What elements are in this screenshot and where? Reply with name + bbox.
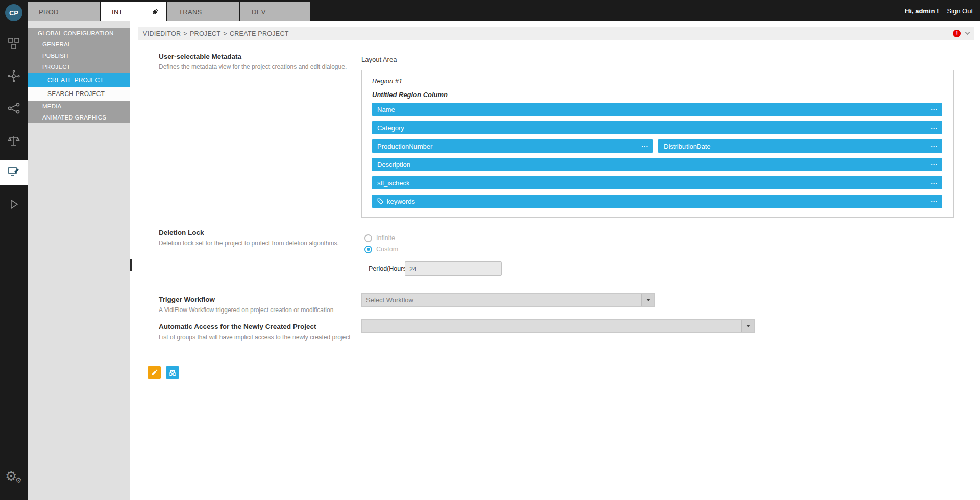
field-label: Name bbox=[377, 106, 395, 113]
radio-custom-label: Custom bbox=[376, 246, 398, 253]
packages-icon bbox=[7, 37, 20, 52]
edit-button[interactable] bbox=[148, 366, 161, 379]
field-label: ProductionNumber bbox=[377, 142, 432, 150]
sidebar-item-label: SEARCH PROJECT bbox=[47, 90, 105, 98]
field-label: stl_ischeck bbox=[377, 179, 410, 187]
sidebar-item-label: ANIMATED GRAPHICS bbox=[42, 114, 106, 121]
sidebar-item-global-configuration[interactable]: GLOBAL CONFIGURATION bbox=[28, 28, 130, 39]
field-label: DistributionDate bbox=[664, 142, 711, 150]
sidebar-item-label: GENERAL bbox=[42, 41, 71, 47]
tab-dev-label: DEV bbox=[252, 8, 266, 16]
layout-area-label: Layout Area bbox=[361, 56, 397, 63]
field-options-handle[interactable]: ... bbox=[930, 105, 938, 111]
workflow-select-value: Select Workflow bbox=[366, 296, 413, 304]
sidebar-item-label: PUBLISH bbox=[42, 53, 68, 59]
workflow-select[interactable]: Select Workflow bbox=[361, 293, 655, 307]
sidebar-item-search-project[interactable]: SEARCH PROJECT bbox=[28, 87, 130, 101]
sidebar-item-project[interactable]: PROJECT bbox=[28, 61, 130, 73]
field-label: keywords bbox=[387, 198, 415, 205]
breadcrumb-item-project[interactable]: PROJECT bbox=[190, 30, 220, 37]
period-hours-label: Period(Hours) bbox=[369, 261, 408, 276]
workflow-select-arrow-button[interactable] bbox=[641, 294, 654, 306]
sidebar-item-label: CREATE PROJECT bbox=[47, 77, 104, 84]
metadata-field-keywords[interactable]: keywords ... bbox=[372, 195, 942, 208]
app-logo[interactable]: CP bbox=[5, 4, 22, 21]
tab-int[interactable]: INT bbox=[101, 2, 166, 21]
tab-trans-label: TRANS bbox=[179, 8, 202, 16]
access-groups-select[interactable] bbox=[361, 319, 755, 333]
rail-item-connections[interactable] bbox=[0, 64, 28, 90]
binoculars-icon bbox=[168, 369, 177, 377]
trigger-workflow-title: Trigger Workflow bbox=[159, 296, 215, 303]
access-groups-select-arrow-button[interactable] bbox=[741, 320, 754, 332]
breadcrumb-item-create-project[interactable]: CREATE PROJECT bbox=[230, 30, 289, 37]
breadcrumb-right: ! bbox=[953, 30, 969, 37]
metadata-field-production-number[interactable]: ProductionNumber ... bbox=[372, 139, 653, 153]
auto-access-description: List of groups that will have implicit a… bbox=[159, 334, 351, 341]
field-options-handle[interactable]: ... bbox=[930, 197, 938, 203]
sidebar-item-label: MEDIA bbox=[42, 103, 61, 109]
balance-icon bbox=[7, 134, 20, 150]
icon-rail: CP bbox=[0, 0, 28, 500]
metadata-field-distribution-date[interactable]: DistributionDate ... bbox=[658, 139, 942, 153]
field-options-handle[interactable]: ... bbox=[641, 141, 648, 148]
field-options-handle[interactable]: ... bbox=[930, 160, 938, 166]
radio-custom[interactable] bbox=[364, 246, 372, 253]
connections-icon bbox=[7, 69, 20, 85]
field-options-handle[interactable]: ... bbox=[930, 123, 938, 130]
alert-icon[interactable]: ! bbox=[953, 30, 961, 37]
sidebar-item-animated-graphics[interactable]: ANIMATED GRAPHICS bbox=[28, 112, 130, 123]
rail-item-workflow[interactable] bbox=[0, 97, 28, 122]
tab-trans[interactable]: TRANS bbox=[167, 2, 239, 21]
sidebar-item-publish[interactable]: PUBLISH bbox=[28, 50, 130, 61]
radio-row-custom: Custom bbox=[364, 245, 398, 253]
field-label: Category bbox=[377, 124, 404, 132]
top-bar: PROD INT TRANS DEV Hi, admin ! bbox=[28, 0, 980, 21]
metadata-field-category[interactable]: Category ... bbox=[372, 121, 942, 134]
radio-infinite[interactable] bbox=[364, 234, 372, 242]
tag-icon bbox=[377, 198, 384, 205]
rail-item-editor[interactable] bbox=[0, 160, 28, 185]
metadata-section-title: User-selectable Metadata bbox=[159, 53, 241, 60]
editor-icon bbox=[7, 165, 20, 180]
region-column-label: Untitled Region Column bbox=[372, 91, 448, 99]
tab-int-label: INT bbox=[112, 8, 123, 16]
sidebar-item-general[interactable]: GENERAL bbox=[28, 39, 130, 50]
sign-out-link[interactable]: Sign Out bbox=[947, 7, 973, 15]
auto-access-title: Automatic Access for the Newly Created P… bbox=[159, 323, 316, 330]
plug-icon bbox=[151, 8, 159, 16]
tab-prod[interactable]: PROD bbox=[28, 2, 100, 21]
rail-item-packages[interactable] bbox=[0, 32, 28, 57]
splitter-handle[interactable] bbox=[130, 259, 132, 271]
metadata-section-description: Defines the metadata view for the projec… bbox=[159, 63, 347, 70]
tab-dev[interactable]: DEV bbox=[240, 2, 310, 21]
layout-area: Region #1 Untitled Region Column Name ..… bbox=[361, 70, 954, 218]
user-area: Hi, admin ! Sign Out bbox=[905, 0, 973, 21]
breadcrumb: VIDIEDITOR > PROJECT > CREATE PROJECT ! bbox=[138, 27, 974, 40]
environment-tabs: PROD INT TRANS DEV bbox=[28, 2, 310, 21]
config-portal-page: CP bbox=[0, 0, 980, 500]
field-options-handle[interactable]: ... bbox=[930, 178, 938, 185]
player-icon bbox=[7, 198, 20, 213]
preview-button[interactable] bbox=[166, 366, 179, 379]
sidebar-item-media[interactable]: MEDIA bbox=[28, 101, 130, 112]
sidebar-item-label: GLOBAL CONFIGURATION bbox=[38, 30, 113, 36]
metadata-field-name[interactable]: Name ... bbox=[372, 103, 942, 116]
field-label: Description bbox=[377, 161, 410, 169]
breadcrumb-item-vidieditor[interactable]: VIDIEDITOR bbox=[143, 30, 181, 37]
metadata-field-description[interactable]: Description ... bbox=[372, 158, 942, 171]
sidebar-item-create-project[interactable]: CREATE PROJECT bbox=[28, 73, 130, 87]
period-hours-input[interactable] bbox=[405, 261, 502, 276]
deletion-lock-description: Deletion lock set for the project to pro… bbox=[159, 240, 339, 247]
deletion-lock-title: Deletion Lock bbox=[159, 229, 204, 236]
chevron-down-icon[interactable] bbox=[965, 30, 970, 35]
field-options-handle[interactable]: ... bbox=[930, 141, 938, 148]
user-greeting: Hi, admin ! bbox=[905, 7, 939, 15]
workflow-icon bbox=[7, 102, 20, 117]
metadata-field-stl-ischeck[interactable]: stl_ischeck ... bbox=[372, 176, 942, 189]
rail-item-balance[interactable] bbox=[0, 129, 28, 155]
radio-infinite-label: Infinite bbox=[376, 234, 395, 242]
rail-item-settings[interactable]: ⚙ ⚙ bbox=[0, 469, 28, 490]
sidebar: GLOBAL CONFIGURATION GENERAL PUBLISH PRO… bbox=[28, 21, 130, 500]
rail-item-player[interactable] bbox=[0, 193, 28, 218]
